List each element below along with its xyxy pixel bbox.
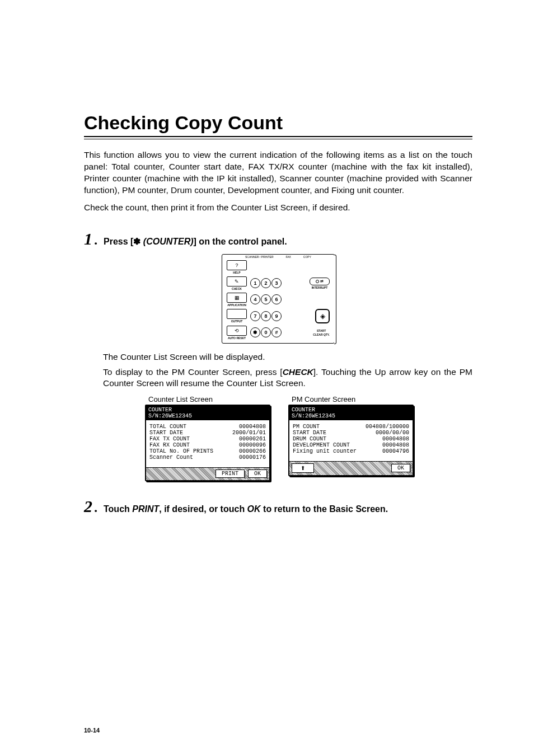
sub2-italic: CHECK: [283, 367, 313, 377]
counter-row: FAX TX COUNT00000261: [149, 436, 266, 442]
page-title: Checking Copy Count: [84, 112, 472, 134]
ok-button-pm-counter[interactable]: OK: [391, 464, 410, 472]
start-button[interactable]: ◈: [315, 309, 330, 323]
print-button[interactable]: PRINT: [216, 469, 245, 478]
counter-row-label: DEVELOPMENT COUNT: [293, 442, 350, 448]
key-1[interactable]: 1: [250, 278, 260, 288]
help-label: HELP: [233, 271, 240, 274]
control-panel-illustration: SCANNER / PRINTER FAX COPY ? HELP ✎ CHEC…: [222, 254, 335, 344]
check-button[interactable]: ✎: [227, 276, 247, 287]
interrupt-button[interactable]: ⇄: [310, 278, 330, 285]
tab-fax: FAX: [285, 255, 291, 259]
counter-row: TOTAL COUNT00004808: [149, 424, 266, 430]
screen2-header-line2: S/N:26WE12345: [292, 413, 410, 419]
step-2-italic-1: PRINT: [132, 504, 159, 514]
counter-row: Scanner Count00000176: [149, 454, 266, 461]
counter-row-value: 00000096: [239, 442, 266, 448]
key-9[interactable]: 9: [271, 311, 282, 321]
key-3[interactable]: 3: [271, 278, 282, 288]
clear-qty-label: CLEAR QTY.: [313, 333, 330, 336]
counter-row-value: 00000266: [239, 448, 266, 454]
counter-list-screen-caption: Counter List Screen: [148, 395, 268, 403]
intro-paragraph-2: Check the count, then print it from the …: [84, 202, 472, 214]
ok-button-counter-list[interactable]: OK: [248, 469, 267, 478]
counter-row-value: 00004796: [382, 448, 409, 454]
key-0[interactable]: 0: [261, 327, 271, 337]
counter-row: DRUM COUNT00004808: [293, 436, 409, 442]
title-underline: [84, 136, 472, 139]
counter-row-label: START DATE: [293, 430, 326, 436]
counter-row-value: 00000176: [239, 454, 266, 461]
intro-paragraph-1: This function allows you to view the cur…: [84, 149, 472, 196]
counter-row-value: 00004808: [382, 442, 409, 448]
key-2[interactable]: 2: [261, 278, 271, 288]
key-star[interactable]: ✽: [250, 327, 260, 337]
step-2-dot: .: [95, 500, 98, 515]
application-button[interactable]: ▦: [227, 293, 247, 303]
counter-row-value: 2000/01/01: [232, 430, 266, 436]
key-7[interactable]: 7: [250, 311, 260, 321]
auto-reset-button[interactable]: ⟲: [227, 326, 247, 336]
step-2-italic-2: OK: [247, 504, 261, 514]
counter-row: Fixing unit counter00004796: [293, 448, 409, 454]
counter-row: PM COUNT004808/100000: [293, 424, 409, 430]
step-1-italic: (COUNTER): [140, 237, 193, 246]
step-2-text: Touch PRINT, if desired, or touch OK to …: [104, 504, 388, 514]
counter-row-value: 0000/00/00: [376, 430, 409, 436]
counter-row-label: START DATE: [149, 430, 183, 436]
step-2-number: 2: [84, 497, 92, 516]
step-2-mid: , if desired, or touch: [159, 504, 247, 514]
counter-row-label: TOTAL No. OF PRINTS: [149, 448, 213, 454]
help-button[interactable]: ?: [227, 260, 247, 270]
pm-counter-screen-caption: PM Counter Screen: [292, 395, 411, 403]
key-8[interactable]: 8: [261, 311, 271, 321]
up-arrow-icon: ⬆: [301, 465, 305, 471]
start-diamond-icon: ◈: [320, 312, 325, 320]
counter-row: DEVELOPMENT COUNT00004808: [293, 442, 409, 448]
counter-row-label: Fixing unit counter: [293, 448, 357, 454]
application-label: APPLICATION: [227, 303, 246, 307]
counter-row-value: 00004808: [239, 424, 266, 430]
key-4[interactable]: 4: [250, 294, 260, 304]
counter-row: FAX RX COUNT00000096: [149, 442, 266, 448]
counter-row-label: TOTAL COUNT: [149, 424, 186, 430]
counter-row: TOTAL No. OF PRINTS00000266: [149, 448, 266, 454]
step-1-pre: Press [: [104, 237, 133, 246]
output-label: OUTPUT: [231, 320, 243, 323]
counter-row-value: 00004808: [382, 436, 409, 442]
step-1: 1 . Press [✽ (COUNTER)] on the control p…: [84, 229, 472, 248]
key-5[interactable]: 5: [261, 294, 271, 304]
tab-copy: COPY: [303, 255, 311, 259]
help-icon: ?: [235, 263, 238, 267]
step-1-number: 1: [84, 229, 92, 248]
counter-row-label: FAX RX COUNT: [149, 442, 190, 448]
interrupt-led-icon: [316, 280, 319, 283]
auto-reset-label: AUTO RESET: [228, 336, 246, 340]
check-label: CHECK: [232, 287, 242, 290]
step-2-post: to return to the Basic Screen.: [261, 504, 388, 514]
counter-glyph: ✽: [133, 237, 140, 246]
pen-icon: ✎: [235, 279, 239, 284]
auto-reset-icon: ⟲: [235, 328, 239, 333]
key-hash[interactable]: #: [271, 327, 282, 337]
counter-row: START DATE2000/01/01: [149, 430, 266, 436]
output-button[interactable]: [227, 309, 247, 319]
start-label: START: [317, 329, 326, 332]
counter-list-screen: COUNTER S/N:26WE12345 TOTAL COUNT0000480…: [145, 405, 270, 481]
step-1-text: Press [✽ (COUNTER)] on the control panel…: [104, 236, 287, 247]
screen1-header-line2: S/N:26WE12345: [148, 413, 267, 419]
application-icon: ▦: [235, 295, 240, 300]
step-1-sub-2: To display to the PM Counter Screen, pre…: [103, 367, 472, 390]
up-arrow-button[interactable]: ⬆: [292, 463, 314, 473]
counter-row-value: 004808/100000: [366, 424, 409, 430]
counter-row-value: 00000261: [239, 436, 266, 442]
interrupt-label: INTERRUPT: [312, 286, 328, 289]
key-6[interactable]: 6: [271, 294, 282, 304]
counter-row: START DATE0000/00/00: [293, 430, 409, 436]
screen2-header-line1: COUNTER: [292, 407, 410, 413]
step-1-sub-1: The Counter List Screen will be displaye…: [103, 351, 472, 363]
step-1-post: ] on the control panel.: [194, 237, 287, 246]
page-number: 10-14: [84, 727, 100, 734]
counter-row-label: Scanner Count: [149, 454, 193, 461]
counter-row-label: PM COUNT: [293, 424, 320, 430]
